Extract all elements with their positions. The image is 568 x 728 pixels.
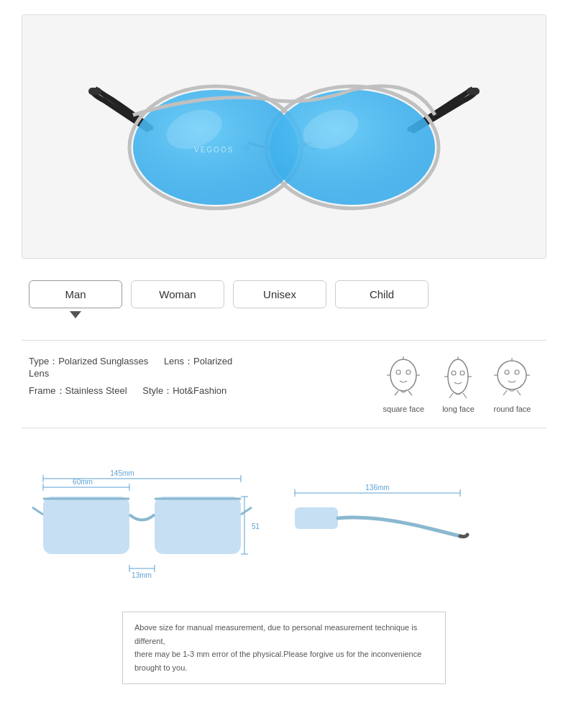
side-view-svg: 136mm: [288, 471, 475, 586]
gender-unisex-button[interactable]: Unisex: [233, 280, 326, 308]
square-face-label: square face: [383, 405, 424, 413]
svg-text:60mm: 60mm: [73, 478, 93, 486]
svg-line-58: [241, 507, 252, 515]
face-type-long: long face: [439, 355, 478, 413]
svg-point-23: [460, 371, 464, 375]
measurement-note-line1: Above size for manual measurement, due t…: [134, 623, 417, 645]
gender-woman-wrapper: Woman: [131, 280, 224, 308]
spec-type: Type：Polarized Sunglasses Lens：Polarized…: [29, 355, 244, 379]
dimensions-diagrams: 145mm 60mm 51mm 13mm: [29, 457, 539, 601]
svg-point-15: [406, 370, 411, 374]
svg-point-21: [448, 359, 468, 394]
gender-selector: Man Woman Unisex Child: [22, 280, 546, 318]
long-face-icon: [439, 355, 478, 402]
svg-text:VEGOOS: VEGOOS: [194, 146, 234, 154]
spec-frame: Frame：Stainless Steel Style：Hot&Fashion: [29, 384, 244, 397]
face-type-square: square face: [383, 355, 424, 413]
svg-point-9: [270, 90, 435, 205]
spec-style-label: Style：: [142, 385, 173, 396]
svg-rect-1: [467, 88, 480, 95]
svg-text:13mm: 13mm: [132, 571, 152, 579]
long-face-label: long face: [442, 405, 475, 413]
svg-rect-0: [88, 88, 101, 95]
gender-unisex-wrapper: Unisex: [233, 280, 326, 308]
face-type-round: round face: [493, 355, 532, 413]
svg-text:136mm: 136mm: [365, 484, 389, 492]
spec-frame-label: Frame：: [29, 385, 65, 396]
front-view-svg: 145mm 60mm 51mm 13mm: [29, 457, 259, 601]
svg-text:145mm: 145mm: [110, 469, 134, 477]
spec-style-value: Hot&Fashion: [173, 385, 226, 396]
svg-rect-37: [43, 497, 129, 554]
spec-type-label: Type：: [29, 356, 58, 367]
svg-text:51mm: 51mm: [252, 522, 259, 530]
round-face-label: round face: [494, 405, 531, 413]
svg-line-28: [463, 393, 467, 398]
svg-line-36: [517, 390, 521, 395]
svg-rect-59: [295, 507, 338, 529]
gender-man-button[interactable]: Man: [29, 280, 122, 308]
svg-line-27: [449, 393, 453, 398]
spec-lens-label: Lens：: [164, 356, 193, 367]
gender-man-wrapper: Man: [29, 280, 122, 318]
svg-point-13: [390, 359, 416, 391]
round-face-icon: [493, 355, 532, 402]
specs-text: Type：Polarized Sunglasses Lens：Polarized…: [29, 355, 244, 397]
specs-section: Type：Polarized Sunglasses Lens：Polarized…: [22, 340, 546, 428]
side-view-diagram: 136mm: [288, 471, 475, 586]
svg-point-29: [498, 361, 526, 390]
spec-frame-value: Stainless Steel: [65, 385, 127, 396]
svg-line-19: [395, 391, 398, 395]
svg-rect-38: [155, 497, 241, 554]
spec-type-value: Polarized Sunglasses: [58, 356, 148, 367]
front-view-diagram: 145mm 60mm 51mm 13mm: [29, 457, 259, 601]
sunglasses-svg: VEGOOS: [83, 36, 485, 237]
svg-line-57: [32, 507, 43, 515]
measurement-note-line2: there may be 1-3 mm error of the physica…: [134, 650, 421, 672]
dimensions-section: 145mm 60mm 51mm 13mm: [22, 450, 546, 691]
square-face-icon: [384, 355, 423, 402]
active-indicator: [70, 311, 81, 318]
svg-point-30: [505, 370, 509, 374]
svg-point-14: [396, 370, 400, 374]
svg-point-31: [515, 370, 519, 374]
product-image-section: VEGOOS: [22, 14, 546, 259]
svg-line-35: [503, 390, 507, 395]
face-types: square face long face: [244, 355, 539, 413]
gender-child-button[interactable]: Child: [335, 280, 429, 308]
gender-woman-button[interactable]: Woman: [131, 280, 224, 308]
gender-child-wrapper: Child: [335, 280, 429, 308]
svg-line-20: [408, 391, 412, 395]
sunglasses-image: VEGOOS: [22, 15, 546, 258]
svg-point-22: [452, 371, 456, 375]
measurement-note: Above size for manual measurement, due t…: [122, 612, 446, 684]
